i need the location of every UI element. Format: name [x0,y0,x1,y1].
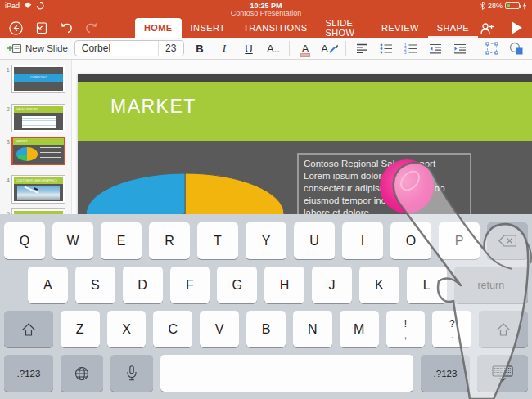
outdent-button[interactable] [426,39,444,57]
key-p[interactable]: P [439,222,480,259]
share-file-button[interactable] [32,19,50,37]
key-d[interactable]: D [123,267,163,303]
font-size-field[interactable]: 23 [158,41,183,56]
key-v[interactable]: V [200,311,239,347]
key-r[interactable]: R [149,222,190,259]
shapes-button[interactable] [507,39,525,57]
redo-button[interactable] [83,19,101,37]
slide-thumbnail-5[interactable] [11,208,65,214]
new-slide-icon [7,43,21,55]
key-return[interactable]: return [454,267,528,303]
key-g[interactable]: G [217,267,257,303]
key-numbers-left[interactable]: .?123 [4,355,53,392]
key-k[interactable]: K [359,267,399,303]
slide-thumbnail-3-selected[interactable]: MARKET [11,137,65,165]
italic-button[interactable]: I [215,39,233,57]
key-b[interactable]: B [246,311,286,347]
tab-shape[interactable]: SHAPE [428,18,478,38]
key-backspace[interactable] [487,222,528,259]
tab-home[interactable]: HOME [135,18,182,38]
key-dismiss-keyboard[interactable] [477,355,528,392]
slide-top-strip [78,74,532,82]
thumb-number: 1 [2,66,10,74]
shift-icon [21,323,36,336]
key-a[interactable]: A [28,267,68,303]
undo-button[interactable] [57,19,75,37]
globe-icon [74,366,89,381]
align-left-icon [356,43,368,54]
key-mic[interactable] [110,355,153,392]
indent-icon [453,43,467,54]
bold-button[interactable]: B [191,39,209,57]
key-exclaim-comma[interactable]: ! , [386,311,426,347]
ribbon-tabs: HOME INSERT TRANSITIONS SLIDE SHOW REVIE… [135,18,478,38]
new-slide-button[interactable]: New Slide [7,43,68,55]
back-button[interactable] [7,19,25,37]
editor-content: 1 CONTOSO 2 SALES REPORT 3 MARKET [0,60,532,214]
undo-icon [59,22,74,34]
current-slide[interactable]: MARKET Contoso Regional Sales Report Lor… [78,74,532,214]
tab-slide-show[interactable]: SLIDE SHOW [317,18,372,38]
font-color-button[interactable]: A [296,39,314,57]
key-numbers-right[interactable]: .?123 [421,355,470,392]
key-w[interactable]: W [52,222,93,259]
add-person-icon [480,22,494,34]
key-u[interactable]: U [294,222,335,259]
key-z[interactable]: Z [61,311,100,347]
align-button[interactable] [353,39,371,57]
slide-thumbnail-1[interactable]: CONTOSO [11,65,65,93]
key-x[interactable]: X [107,311,147,347]
slide-thumbnail-2[interactable]: SALES REPORT [11,104,65,132]
shapes-icon [509,42,524,55]
key-question-period[interactable]: ? . [432,311,471,347]
key-s[interactable]: S [75,267,115,303]
key-y[interactable]: Y [246,222,286,259]
key-e[interactable]: E [101,222,142,259]
play-slideshow-button[interactable] [507,19,525,37]
key-q[interactable]: Q [4,222,45,259]
key-bottom-glyph: , [404,330,407,340]
key-l[interactable]: L [407,267,447,303]
thumb2-title: SALES REPORT [14,106,63,113]
tab-review[interactable]: REVIEW [372,18,428,38]
slide-thumbnail-4[interactable]: CUSTOMER DEMOGRAPHICS [11,175,65,204]
underline-button[interactable]: U [240,39,258,57]
font-color-label: A [302,43,309,55]
key-o[interactable]: O [390,222,431,259]
slide-title-text[interactable]: MARKET [110,96,196,118]
numbering-button[interactable]: 1 2 3 [402,39,420,57]
svg-text:3: 3 [404,51,407,54]
key-globe[interactable] [61,355,103,392]
tab-transitions[interactable]: TRANSITIONS [234,18,316,38]
brush-icon [329,43,339,53]
key-h[interactable]: H [264,267,304,303]
back-icon [9,21,23,35]
onscreen-keyboard: Q W E R T Y U I O P A S D F G H [0,214,532,399]
document-title: Contoso Presentation [0,10,532,18]
key-i[interactable]: I [342,222,383,259]
key-j[interactable]: J [312,267,352,303]
font-name-field[interactable]: Corbel [75,43,158,54]
key-shift-right[interactable] [479,311,528,347]
key-c[interactable]: C [153,311,192,347]
battery-icon [505,2,520,9]
key-m[interactable]: M [340,311,379,347]
tab-insert[interactable]: INSERT [182,18,235,38]
key-space[interactable] [160,355,413,392]
mic-icon [127,365,137,381]
thumb-number: 4 [2,177,10,184]
key-f[interactable]: F [170,267,210,303]
more-formatting-button[interactable]: A.. [264,39,282,57]
key-shift-left[interactable] [4,311,53,347]
key-n[interactable]: N [293,311,332,347]
text-box-button[interactable] [483,39,501,57]
text-box-icon [485,42,498,55]
bullets-button[interactable] [377,39,395,57]
toolbar-separator [289,41,290,56]
keyboard-dismiss-icon [492,365,513,382]
highlight-button[interactable]: A [321,39,339,57]
share-people-button[interactable] [478,19,496,37]
key-t[interactable]: T [197,222,238,259]
share-file-icon [34,22,47,34]
indent-button[interactable] [451,39,469,57]
